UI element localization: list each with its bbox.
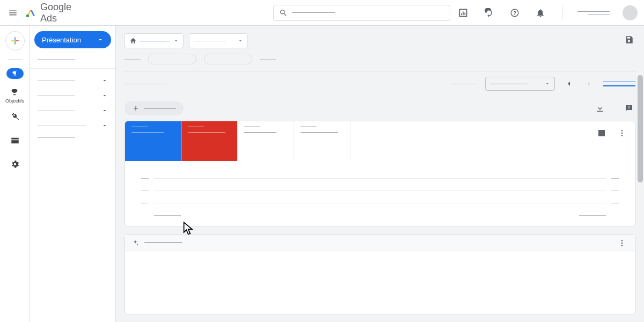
search-input[interactable] xyxy=(273,5,450,21)
card-menu-button[interactable] xyxy=(616,127,628,140)
metric-tab-1[interactable] xyxy=(125,121,181,161)
filter-dropdown[interactable] xyxy=(189,33,248,48)
megaphone-icon xyxy=(11,70,19,77)
chevron-down-icon xyxy=(101,92,108,99)
svg-point-0 xyxy=(26,14,29,17)
nav-item-5[interactable] xyxy=(30,118,115,133)
gear-icon xyxy=(10,159,20,169)
save-button[interactable] xyxy=(623,33,635,46)
x-axis-start xyxy=(154,215,181,216)
nav-item-6[interactable] xyxy=(30,133,115,142)
toolbar-title xyxy=(125,84,167,84)
chart-icon xyxy=(597,129,606,137)
nav-item-4[interactable] xyxy=(30,103,115,118)
create-button[interactable] xyxy=(5,31,25,50)
left-nav: Présentation xyxy=(30,26,116,322)
recommendations-card xyxy=(125,235,635,315)
tag-label-2 xyxy=(260,59,276,60)
plus-icon xyxy=(10,35,20,46)
rail-goals[interactable]: Objectifs xyxy=(5,87,24,104)
refresh-button[interactable] xyxy=(482,6,495,19)
search-icon xyxy=(279,9,288,17)
toolbar-label xyxy=(451,84,478,84)
menu-button[interactable] xyxy=(6,6,19,19)
metrics-card xyxy=(125,121,635,227)
reports-button[interactable] xyxy=(457,6,470,19)
toolbar xyxy=(125,71,635,96)
save-icon xyxy=(624,35,634,45)
metric-tab-3[interactable] xyxy=(238,121,294,161)
bar-chart-icon xyxy=(458,8,469,18)
refresh-icon xyxy=(484,8,494,18)
help-icon xyxy=(510,8,519,18)
rail-billing[interactable] xyxy=(10,136,20,145)
divider xyxy=(562,5,562,20)
home-icon xyxy=(129,37,137,45)
nav-item-1[interactable] xyxy=(30,55,115,64)
download-button[interactable] xyxy=(594,102,606,115)
rail-goals-label: Objectifs xyxy=(5,98,24,104)
left-rail: Objectifs xyxy=(0,26,30,322)
logo: Google Ads xyxy=(25,2,90,24)
more-vert-icon xyxy=(618,129,626,137)
chevron-down-icon xyxy=(101,77,108,84)
card-icon xyxy=(10,136,20,145)
feedback-icon xyxy=(624,104,634,113)
more-vert-icon xyxy=(618,239,626,247)
nav-overview-label: Présentation xyxy=(42,36,81,44)
nav-item-3[interactable] xyxy=(30,88,115,103)
date-range-select[interactable] xyxy=(485,77,555,91)
caret-down-icon xyxy=(238,38,243,43)
plus-icon xyxy=(132,105,140,112)
action-row xyxy=(125,101,635,115)
x-axis-end xyxy=(579,215,606,216)
chevron-right-icon xyxy=(585,79,594,88)
help-button[interactable] xyxy=(508,6,521,19)
nav-item-2[interactable] xyxy=(30,73,115,88)
logo-text: Google Ads xyxy=(40,2,90,24)
topbar-right xyxy=(457,5,638,20)
metric-tab-2[interactable] xyxy=(181,121,238,161)
tag-label-1 xyxy=(125,59,141,60)
rail-tools[interactable] xyxy=(10,112,20,122)
chevron-down-icon xyxy=(101,107,108,114)
next-button xyxy=(583,77,596,90)
main-content xyxy=(116,26,644,322)
card2-menu-button[interactable] xyxy=(616,237,628,250)
tab-active[interactable] xyxy=(603,82,635,86)
chevron-down-icon xyxy=(97,36,104,43)
breadcrumb-tags xyxy=(125,54,635,64)
chevron-down-icon xyxy=(101,122,108,129)
add-button[interactable] xyxy=(125,101,184,115)
metric-tab-4[interactable] xyxy=(294,121,350,161)
caret-down-icon xyxy=(173,38,179,43)
topbar: Google Ads xyxy=(0,0,644,26)
notifications-button[interactable] xyxy=(534,6,547,19)
nav-overview[interactable]: Présentation xyxy=(34,31,111,48)
metric-tabs xyxy=(125,121,635,161)
tag-pill-2[interactable] xyxy=(204,54,252,64)
feedback-button[interactable] xyxy=(623,102,635,115)
scope-dropdown[interactable] xyxy=(125,33,184,48)
caret-down-icon xyxy=(545,81,550,86)
chart-settings-button[interactable] xyxy=(595,127,608,140)
filter-bar xyxy=(125,33,635,48)
account-info[interactable] xyxy=(577,11,610,14)
bell-icon xyxy=(536,8,545,18)
search-placeholder xyxy=(292,12,335,13)
tag-pill-1[interactable] xyxy=(148,54,196,64)
google-ads-logo-icon xyxy=(25,7,37,19)
rail-admin[interactable] xyxy=(10,159,20,169)
card2-title xyxy=(144,243,182,243)
scrollbar[interactable] xyxy=(638,75,643,182)
campaigns-rail-button[interactable] xyxy=(6,68,24,79)
avatar[interactable] xyxy=(623,5,638,20)
sparkle-icon xyxy=(131,239,139,247)
hamburger-icon xyxy=(8,8,18,18)
chart-area xyxy=(125,161,635,226)
trophy-icon xyxy=(10,87,19,97)
tools-icon xyxy=(10,112,20,122)
chevron-left-icon xyxy=(565,79,573,88)
download-icon xyxy=(595,104,605,113)
prev-button[interactable] xyxy=(562,77,575,90)
